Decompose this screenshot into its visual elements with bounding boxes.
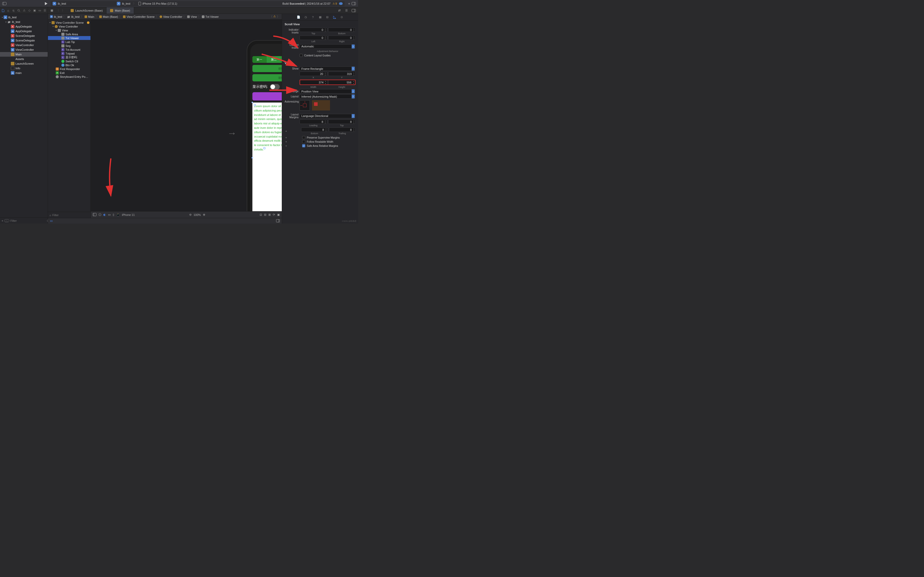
jump-bar[interactable]: Aib_test〉 ib_test〉 Main〉 Main (Base)〉 Vi… xyxy=(48,14,282,19)
outline-scene[interactable]: ▾View Controller Scene xyxy=(48,21,90,24)
inset-top-input[interactable]: 0▴▾ xyxy=(300,27,327,32)
tree-item[interactable]: mmain xyxy=(0,71,48,75)
outline-exit[interactable]: ✕Exit xyxy=(48,71,90,75)
warning-icon[interactable]: ⚠ xyxy=(273,15,276,19)
interface-builder-canvas[interactable]: → 第一 第二 第三 第四 第五 请输入您的账号 请输入您 xyxy=(91,19,282,218)
add-override-icon[interactable]: + xyxy=(284,140,288,143)
y-input[interactable]: 319▴▾ xyxy=(328,72,356,76)
layout-select[interactable]: Inferred (Autoresizing Mask) xyxy=(300,94,355,99)
add-override-icon[interactable]: + xyxy=(284,144,288,147)
warning-badge[interactable]: ⚠9 xyxy=(333,2,337,5)
margin-trailing-input[interactable]: 8▴▾ xyxy=(329,127,356,132)
add-override-icon[interactable]: + xyxy=(284,130,288,133)
text-viewer[interactable]: Lorem ipsum dolor sit er elit lamet, con… xyxy=(252,103,282,213)
autoresizing-control[interactable] xyxy=(300,100,310,111)
margin-top-input[interactable]: 8▴▾ xyxy=(328,119,356,124)
seg-item-3[interactable]: 第三 xyxy=(281,56,282,63)
breakpoint-icon[interactable]: ▭ xyxy=(39,9,41,12)
tree-item[interactable]: Assets xyxy=(0,56,48,61)
add-icon[interactable]: + xyxy=(2,219,3,222)
sync-icon[interactable]: ⇄ xyxy=(337,8,342,13)
inset-bottom-input[interactable]: 0▴▾ xyxy=(328,27,356,32)
attributes-inspector-icon[interactable]: ⊟ xyxy=(325,15,330,19)
find-icon[interactable] xyxy=(17,9,20,12)
file-inspector-icon[interactable]: 📄 xyxy=(297,15,300,19)
zoom-out-icon[interactable]: ⊖ xyxy=(189,213,192,216)
tree-item[interactable]: LaunchScreen xyxy=(0,61,48,66)
variables-toggle-icon[interactable] xyxy=(276,219,280,223)
show-select[interactable]: Frame Rectangle xyxy=(300,66,355,71)
tree-group[interactable]: ▾ib_test xyxy=(0,19,48,24)
tab-launchscreen[interactable]: LaunchScreen (Base) xyxy=(67,7,107,14)
align-icon[interactable]: ⊟ xyxy=(264,213,267,216)
related-items-icon[interactable]: ▦ xyxy=(50,8,54,13)
tree-item[interactable]: hSceneDelegate xyxy=(0,34,48,38)
adjust-editor-icon[interactable]: ☰ xyxy=(344,8,349,13)
password-switch[interactable] xyxy=(270,84,280,90)
seg-item-2[interactable]: 第二 xyxy=(267,56,281,63)
seg-item-1[interactable]: 第一 xyxy=(252,56,267,63)
forward-button[interactable]: 〉 xyxy=(61,8,66,13)
x-input[interactable]: 20▴▾ xyxy=(300,72,327,76)
zoom-in-icon[interactable]: ⊕ xyxy=(203,213,205,216)
identity-inspector-icon[interactable]: ▦ xyxy=(318,15,322,19)
size-inspector-icon[interactable] xyxy=(333,15,337,19)
safearea-margins-checkbox[interactable]: ✓ xyxy=(302,144,305,147)
tab-main[interactable]: Main (Base) xyxy=(107,7,134,14)
outline-view[interactable]: ▾View xyxy=(48,28,90,32)
arrange-select[interactable]: Position View xyxy=(300,89,355,93)
margin-leading-input[interactable]: 8▴▾ xyxy=(300,119,327,124)
layout-margins-select[interactable]: Language Directional xyxy=(300,114,355,118)
preserve-margins-checkbox[interactable] xyxy=(302,136,305,139)
outline-item[interactable]: Btn Ok xyxy=(48,63,90,67)
toggle-inspector-icon[interactable] xyxy=(351,8,356,13)
outline-entry[interactable]: →Storyboard Entry Po… xyxy=(48,75,90,79)
run-button[interactable] xyxy=(44,1,48,6)
outline-first-responder[interactable]: 1First Responder xyxy=(48,67,90,71)
outline-filter-input[interactable] xyxy=(52,214,89,217)
tree-project-root[interactable]: ▾Aib_test xyxy=(0,15,48,19)
readable-width-checkbox[interactable] xyxy=(302,140,305,143)
ok-button[interactable]: 按钮 xyxy=(252,92,282,100)
outline-toggle-icon[interactable] xyxy=(93,213,97,217)
selection-handle[interactable] xyxy=(252,157,253,158)
prev-issue-icon[interactable]: 〈 xyxy=(270,15,273,19)
next-issue-icon[interactable]: 〉 xyxy=(277,15,280,19)
device-icon[interactable]: 📱 xyxy=(116,213,120,216)
tree-item[interactable]: Main xyxy=(0,52,48,56)
outline-item[interactable]: FTxtpwd xyxy=(48,52,90,55)
inset-right-input[interactable]: 0▴▾ xyxy=(328,35,356,40)
history-inspector-icon[interactable]: ◷ xyxy=(304,15,308,19)
height-input[interactable]: 556▴▾ xyxy=(328,80,355,84)
selection-handle[interactable] xyxy=(252,102,253,103)
embed-icon[interactable]: ▣ xyxy=(277,213,280,216)
source-control-icon[interactable]: ⎌ xyxy=(7,9,10,12)
filter-icon[interactable]: ⌕▾ xyxy=(4,219,9,222)
outline-item[interactable]: LLab Tip xyxy=(48,40,90,44)
password-field[interactable]: 请输入您的密码 xyxy=(252,74,282,81)
add-override-icon[interactable]: + xyxy=(284,136,288,139)
library-button[interactable] xyxy=(351,1,356,6)
constraints-icon[interactable]: ⊡ xyxy=(260,213,262,216)
inset-left-input[interactable]: 0▴▾ xyxy=(300,35,327,40)
connections-inspector-icon[interactable]: ⊙ xyxy=(340,15,344,19)
outline-item[interactable]: Switch Ctl xyxy=(48,59,90,63)
canvas-device-label[interactable]: iPhone 11 xyxy=(122,213,135,216)
orientation-icon[interactable]: ▯ xyxy=(113,213,114,216)
console-icon[interactable]: ▭ xyxy=(50,219,53,222)
filter-icon[interactable]: ⌕ xyxy=(50,214,51,217)
tree-item[interactable]: hAppDelegate xyxy=(0,24,48,29)
content-layout-guides-checkbox[interactable] xyxy=(300,54,303,57)
width-input[interactable]: 374▴▾ xyxy=(300,80,327,84)
segmented-control[interactable]: 第一 第二 第三 第四 第五 xyxy=(252,56,282,63)
pin-icon[interactable]: ⊞ xyxy=(268,213,271,216)
outline-item[interactable]: Txt Viewer xyxy=(48,36,90,40)
tree-item[interactable]: mAppDelegate xyxy=(0,29,48,34)
tree-item[interactable]: Info xyxy=(0,66,48,71)
add-editor-button[interactable]: + xyxy=(347,1,351,6)
issue-icon[interactable]: ⚠ xyxy=(23,9,26,12)
content-insets-select[interactable]: Automatic xyxy=(300,44,355,49)
tree-item[interactable]: mSceneDelegate xyxy=(0,38,48,43)
outline-item[interactable]: Safe Area xyxy=(48,32,90,36)
test-icon[interactable]: ◇ xyxy=(28,9,31,12)
